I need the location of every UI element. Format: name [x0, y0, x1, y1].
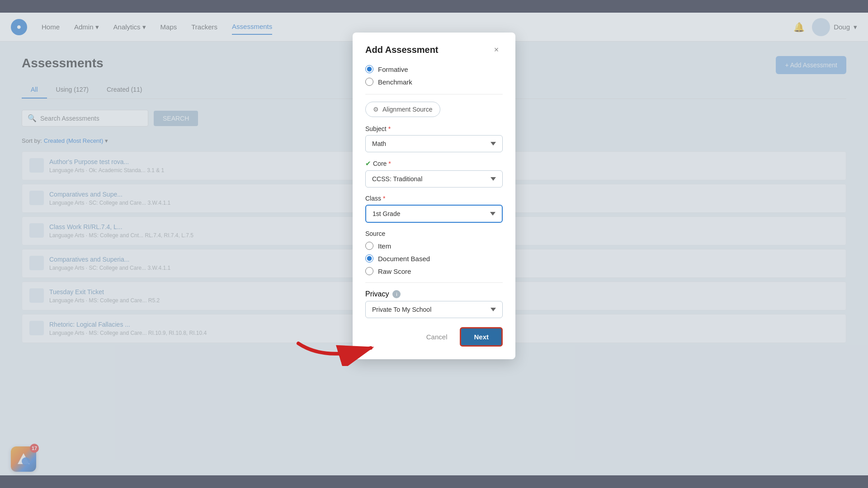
required-indicator: * — [388, 125, 391, 132]
modal-footer: Cancel Next — [365, 327, 503, 347]
formative-option[interactable]: Formative — [365, 65, 503, 73]
subject-field: Subject * Math Language Arts Science Soc… — [365, 125, 503, 152]
alignment-source-label: Alignment Source — [382, 106, 433, 113]
source-options: Item Document Based Raw Score — [365, 242, 503, 275]
document-label: Document Based — [378, 255, 430, 263]
required-indicator: * — [383, 195, 385, 202]
source-document-option[interactable]: Document Based — [365, 254, 503, 263]
source-raw-option[interactable]: Raw Score — [365, 267, 503, 275]
document-radio[interactable] — [365, 254, 373, 263]
benchmark-option[interactable]: Benchmark — [365, 78, 503, 86]
core-select[interactable]: CCSS: Traditional Common Core State Stan… — [365, 170, 503, 188]
class-label: Class * — [365, 195, 503, 202]
required-indicator: * — [388, 160, 391, 167]
subject-select[interactable]: Math Language Arts Science Social Studie… — [365, 135, 503, 152]
modal-close-button[interactable]: × — [490, 43, 503, 56]
assessment-type-group: Formative Benchmark — [365, 65, 503, 86]
check-icon: ✔ — [365, 160, 371, 168]
raw-label: Raw Score — [378, 267, 411, 275]
formative-radio[interactable] — [365, 65, 373, 73]
item-label: Item — [378, 242, 391, 250]
modal-header: Add Assessment × — [365, 43, 503, 56]
source-item-option[interactable]: Item — [365, 242, 503, 250]
divider — [365, 282, 503, 283]
privacy-label: Privacy — [365, 290, 389, 298]
divider — [365, 94, 503, 94]
core-label: ✔ Core * — [365, 160, 503, 168]
modal-title: Add Assessment — [365, 45, 439, 55]
next-button[interactable]: Next — [460, 327, 503, 347]
core-field: ✔ Core * CCSS: Traditional Common Core S… — [365, 160, 503, 188]
benchmark-radio[interactable] — [365, 78, 373, 86]
item-radio[interactable] — [365, 242, 373, 250]
source-label: Source — [365, 230, 503, 237]
benchmark-label: Benchmark — [378, 78, 412, 86]
gear-icon: ⚙ — [373, 106, 379, 113]
source-group: Source Item Document Based Raw Score — [365, 230, 503, 275]
info-icon[interactable]: i — [392, 290, 401, 298]
raw-radio[interactable] — [365, 267, 373, 275]
subject-label: Subject * — [365, 125, 503, 132]
cancel-button[interactable]: Cancel — [419, 328, 455, 345]
class-field: Class * 1st Grade 2nd Grade 3rd Grade 4t… — [365, 195, 503, 223]
privacy-field: Privacy i Private To My School Public My… — [365, 290, 503, 318]
alignment-source-button[interactable]: ⚙ Alignment Source — [365, 102, 440, 117]
privacy-label-row: Privacy i — [365, 290, 503, 298]
add-assessment-modal: Add Assessment × Formative Benchmark ⚙ A… — [353, 33, 515, 359]
formative-label: Formative — [378, 66, 408, 73]
privacy-select[interactable]: Private To My School Public My District — [365, 301, 503, 318]
class-select[interactable]: 1st Grade 2nd Grade 3rd Grade 4th Grade … — [365, 205, 503, 223]
